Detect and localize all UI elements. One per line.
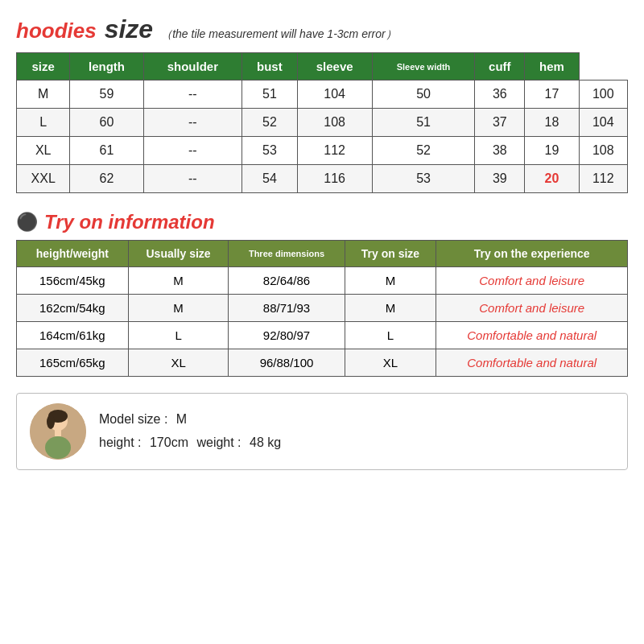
model-size-value: M bbox=[176, 412, 187, 426]
table-cell: 59 bbox=[70, 80, 143, 109]
table-cell: 19 bbox=[525, 137, 579, 165]
table-cell: 104 bbox=[297, 80, 372, 109]
table-cell: 164cm/61kg bbox=[17, 322, 129, 349]
svg-rect-3 bbox=[55, 430, 61, 436]
th-bust: bust bbox=[242, 53, 298, 80]
table-cell: -- bbox=[143, 109, 242, 137]
size-table-body: M59--51104503617100L60--52108513718104XL… bbox=[17, 80, 628, 193]
table-cell: -- bbox=[143, 137, 242, 165]
tryon-table-head: height/weight Usually size Three dimensi… bbox=[17, 241, 628, 267]
table-row: 165cm/65kgXL96/88/100XLComfortable and n… bbox=[17, 349, 628, 377]
tryon-table: height/weight Usually size Three dimensi… bbox=[16, 240, 628, 377]
th-three: Three dimensions bbox=[229, 241, 345, 267]
table-cell: 96/88/100 bbox=[229, 349, 345, 377]
table-cell: 60 bbox=[70, 109, 143, 137]
table-cell: L bbox=[345, 322, 436, 349]
model-avatar bbox=[30, 403, 86, 460]
table-cell: 156cm/45kg bbox=[17, 267, 129, 295]
tryon-table-body: 156cm/45kgM82/64/86MComfort and leisure1… bbox=[17, 267, 628, 377]
title-row: hoodies size （the tile measurement will … bbox=[16, 14, 628, 44]
table-cell: M bbox=[17, 80, 70, 109]
title-hoodies: hoodies bbox=[16, 19, 97, 43]
table-cell: 52 bbox=[242, 109, 298, 137]
svg-point-5 bbox=[47, 415, 55, 429]
model-section: Model size : M height : 170cm weight : 4… bbox=[16, 393, 628, 470]
tryon-title-row: ⚫ Try on information bbox=[16, 211, 628, 233]
th-size: size bbox=[17, 53, 70, 80]
model-size-label: Model size : bbox=[99, 412, 167, 426]
model-info: Model size : M height : 170cm weight : 4… bbox=[99, 408, 286, 455]
table-cell: Comfortable and natural bbox=[436, 349, 628, 377]
person-icon: ⚫ bbox=[16, 212, 38, 233]
table-cell: XL bbox=[128, 349, 229, 377]
table-cell: 112 bbox=[297, 137, 372, 165]
table-cell: 52 bbox=[372, 137, 475, 165]
table-cell: 92/80/97 bbox=[229, 322, 345, 349]
table-cell: 20 bbox=[525, 165, 579, 193]
table-cell: 50 bbox=[372, 80, 475, 109]
table-cell: 162cm/54kg bbox=[17, 295, 129, 322]
table-cell: -- bbox=[143, 165, 242, 193]
table-cell: 36 bbox=[475, 80, 525, 109]
table-row: L60--52108513718104 bbox=[17, 109, 628, 137]
table-cell: 100 bbox=[579, 80, 627, 109]
table-cell: -- bbox=[143, 80, 242, 109]
table-cell: 53 bbox=[242, 137, 298, 165]
table-cell: 108 bbox=[579, 137, 627, 165]
table-cell: 104 bbox=[579, 109, 627, 137]
th-sleeve-width: Sleeve width bbox=[372, 53, 475, 80]
table-cell: 62 bbox=[70, 165, 143, 193]
table-cell: 165cm/65kg bbox=[17, 349, 129, 377]
table-row: M59--51104503617100 bbox=[17, 80, 628, 109]
model-avatar-svg bbox=[30, 403, 86, 460]
table-cell: M bbox=[345, 267, 436, 295]
table-cell: L bbox=[128, 322, 229, 349]
th-hem: hem bbox=[525, 53, 579, 80]
model-size-row: Model size : M bbox=[99, 408, 286, 431]
size-table-head: size length shoulder bust sleeve Sleeve … bbox=[17, 53, 628, 80]
th-hw: height/weight bbox=[17, 241, 129, 267]
model-weight-value: 48 kg bbox=[250, 436, 281, 449]
svg-point-2 bbox=[45, 436, 71, 459]
th-shoulder: shoulder bbox=[143, 53, 242, 80]
table-cell: 54 bbox=[242, 165, 298, 193]
th-usually: Usually size bbox=[128, 241, 229, 267]
table-cell: 37 bbox=[475, 109, 525, 137]
table-cell: Comfort and leisure bbox=[436, 295, 628, 322]
th-tryon: Try on size bbox=[345, 241, 436, 267]
table-cell: Comfortable and natural bbox=[436, 322, 628, 349]
table-cell: 112 bbox=[579, 165, 627, 193]
th-cuff: cuff bbox=[475, 53, 525, 80]
table-cell: XXL bbox=[17, 165, 70, 193]
table-cell: M bbox=[128, 295, 229, 322]
th-sleeve: sleeve bbox=[297, 53, 372, 80]
th-length: length bbox=[70, 53, 143, 80]
table-row: 162cm/54kgM88/71/93MComfort and leisure bbox=[17, 295, 628, 322]
title-size: size bbox=[105, 14, 153, 44]
table-cell: 39 bbox=[475, 165, 525, 193]
size-table-header-row: size length shoulder bust sleeve Sleeve … bbox=[17, 53, 628, 80]
model-height-weight-row: height : 170cm weight : 48 kg bbox=[99, 431, 286, 455]
table-cell: 108 bbox=[297, 109, 372, 137]
table-cell: L bbox=[17, 109, 70, 137]
table-cell: Comfort and leisure bbox=[436, 267, 628, 295]
table-row: XL61--53112523819108 bbox=[17, 137, 628, 165]
table-cell: 18 bbox=[525, 109, 579, 137]
table-cell: 88/71/93 bbox=[229, 295, 345, 322]
table-cell: 53 bbox=[372, 165, 475, 193]
table-cell: 51 bbox=[242, 80, 298, 109]
table-cell: 61 bbox=[70, 137, 143, 165]
table-cell: 82/64/86 bbox=[229, 267, 345, 295]
title-note: （the tile measurement will have 1-3cm er… bbox=[161, 27, 397, 42]
table-cell: 51 bbox=[372, 109, 475, 137]
table-row: XXL62--54116533920112 bbox=[17, 165, 628, 193]
table-cell: M bbox=[345, 295, 436, 322]
tryon-header-row: height/weight Usually size Three dimensi… bbox=[17, 241, 628, 267]
model-height-label: height : bbox=[99, 436, 141, 449]
table-cell: XL bbox=[17, 137, 70, 165]
page: hoodies size （the tile measurement will … bbox=[0, 0, 644, 644]
table-cell: 116 bbox=[297, 165, 372, 193]
tryon-title-text: Try on information bbox=[44, 211, 215, 233]
size-table: size length shoulder bust sleeve Sleeve … bbox=[16, 52, 628, 193]
model-weight-label: weight : bbox=[196, 436, 241, 449]
